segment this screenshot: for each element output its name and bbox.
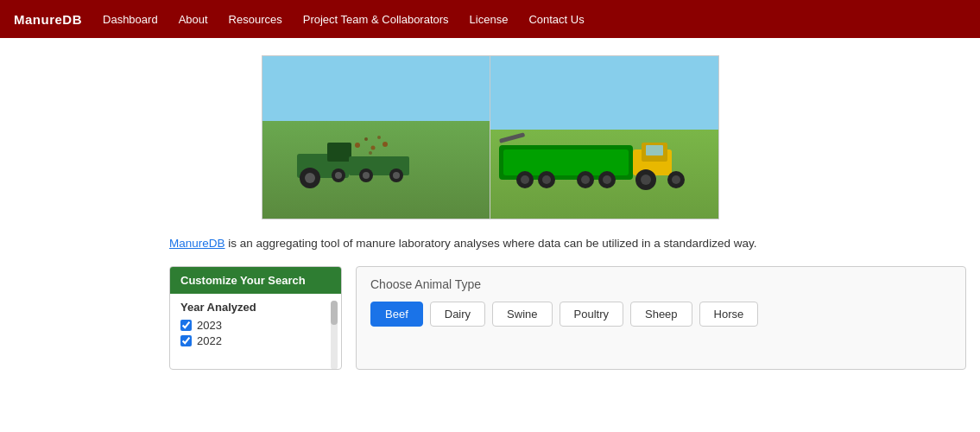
svg-point-8 xyxy=(363,172,370,179)
svg-point-12 xyxy=(364,137,368,141)
main-content: ManureDB is an aggregating tool of manur… xyxy=(0,38,980,384)
animal-buttons-container: Beef Dairy Swine Poultry Sheep Horse xyxy=(370,302,952,327)
nav-link-dashboard[interactable]: Dashboard xyxy=(103,13,158,26)
svg-point-6 xyxy=(335,172,342,179)
svg-point-14 xyxy=(377,136,381,139)
manuredb-link[interactable]: ManureDB xyxy=(169,237,225,250)
hero-image-container xyxy=(262,55,719,219)
svg-point-30 xyxy=(603,175,611,184)
tractor-left-svg xyxy=(280,132,418,193)
nav-link-resources[interactable]: Resources xyxy=(229,13,282,26)
animal-btn-beef[interactable]: Beef xyxy=(370,302,423,327)
svg-point-15 xyxy=(383,142,388,147)
animal-type-panel: Choose Animal Type Beef Dairy Swine Poul… xyxy=(356,266,966,370)
svg-rect-22 xyxy=(646,145,663,156)
animal-btn-swine[interactable]: Swine xyxy=(492,302,552,327)
svg-rect-1 xyxy=(327,143,351,162)
tractor-right-svg xyxy=(499,132,698,197)
nav-link-contact[interactable]: Contact Us xyxy=(528,13,584,26)
brand-logo[interactable]: ManureDB xyxy=(14,12,82,27)
hero-image-right xyxy=(490,56,718,219)
svg-point-16 xyxy=(369,151,372,155)
year-checkbox-2023[interactable] xyxy=(180,320,192,331)
year-analyzed-label: Year Analyzed xyxy=(180,301,331,314)
svg-point-34 xyxy=(672,175,680,184)
svg-rect-18 xyxy=(503,149,629,175)
hero-image-left xyxy=(262,56,490,219)
year-row-2022: 2022 xyxy=(180,334,331,347)
year-row-2023: 2023 xyxy=(180,319,331,332)
description-text: ManureDB is an aggregating tool of manur… xyxy=(169,235,756,252)
customize-header: Customize Your Search xyxy=(170,267,341,294)
svg-point-32 xyxy=(641,175,651,185)
bottom-panels: Customize Your Search Year Analyzed 2023… xyxy=(169,266,966,370)
scrollbar-thumb[interactable] xyxy=(331,301,338,325)
animal-btn-horse[interactable]: Horse xyxy=(699,302,759,327)
svg-point-13 xyxy=(370,146,375,150)
description-body: is an aggregating tool of manure laborat… xyxy=(225,237,757,250)
customize-panel: Customize Your Search Year Analyzed 2023… xyxy=(169,266,342,370)
navbar: ManureDB Dashboard About Resources Proje… xyxy=(0,0,980,38)
animal-panel-title: Choose Animal Type xyxy=(370,277,952,291)
scrollbar-track[interactable] xyxy=(331,301,338,370)
nav-link-about[interactable]: About xyxy=(179,13,208,26)
nav-link-license[interactable]: License xyxy=(470,13,509,26)
nav-link-project-team[interactable]: Project Team & Collaborators xyxy=(303,13,449,26)
year-value-2023: 2023 xyxy=(197,319,222,332)
animal-btn-poultry[interactable]: Poultry xyxy=(560,302,623,327)
svg-point-11 xyxy=(355,143,360,148)
year-value-2022: 2022 xyxy=(197,334,222,347)
svg-point-10 xyxy=(393,172,400,179)
svg-rect-19 xyxy=(499,132,525,143)
year-checkbox-2022[interactable] xyxy=(180,335,192,346)
svg-point-28 xyxy=(581,175,590,184)
svg-point-4 xyxy=(305,173,315,183)
svg-point-24 xyxy=(521,175,529,184)
svg-point-26 xyxy=(542,175,551,184)
animal-btn-dairy[interactable]: Dairy xyxy=(430,302,485,327)
animal-btn-sheep[interactable]: Sheep xyxy=(630,302,692,327)
customize-body: Year Analyzed 2023 2022 xyxy=(170,294,341,357)
